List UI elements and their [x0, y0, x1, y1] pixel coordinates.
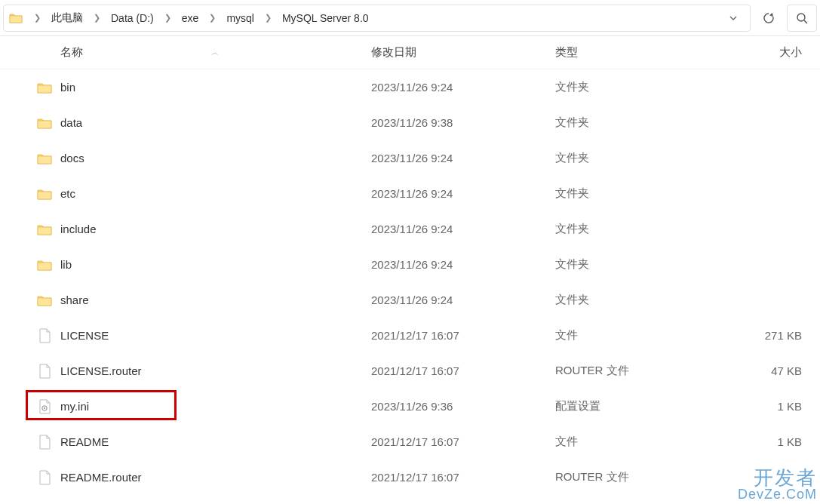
- breadcrumb-item[interactable]: exe: [179, 11, 202, 26]
- refresh-icon: [762, 11, 775, 25]
- refresh-button[interactable]: [754, 5, 784, 32]
- file-date: 2021/12/17 16:07: [371, 364, 555, 377]
- chevron-right-icon[interactable]: ❯: [88, 13, 106, 23]
- file-name-cell: data: [36, 115, 371, 131]
- file-type: 文件夹: [555, 257, 709, 272]
- file-date: 2021/12/17 16:07: [371, 435, 555, 448]
- file-name-cell: etc: [36, 186, 371, 202]
- file-size: 271 KB: [709, 329, 820, 342]
- file-name: include: [60, 223, 97, 235]
- file-type: 文件夹: [555, 222, 709, 236]
- file-row[interactable]: README.router2021/12/17 16:07ROUTER 文件: [0, 459, 820, 495]
- file-type: 配置设置: [555, 399, 709, 413]
- svg-line-2: [804, 20, 807, 23]
- file-type: ROUTER 文件: [555, 364, 709, 378]
- file-name: LICENSE.router: [60, 364, 142, 377]
- breadcrumb-item[interactable]: Data (D:): [108, 11, 157, 26]
- chevron-right-icon[interactable]: ❯: [259, 13, 278, 23]
- file-list: bin2023/11/26 9:24文件夹data2023/11/26 9:38…: [0, 69, 820, 495]
- file-row[interactable]: lib2023/11/26 9:24文件夹: [0, 247, 820, 282]
- file-name: bin: [60, 81, 75, 94]
- file-row[interactable]: data2023/11/26 9:38文件夹: [0, 105, 820, 140]
- file-size: 1 KB: [709, 435, 820, 448]
- file-name-cell: README: [36, 434, 371, 450]
- svg-rect-4: [38, 121, 51, 128]
- svg-rect-7: [38, 227, 51, 235]
- file-name: docs: [60, 152, 84, 164]
- file-row[interactable]: LICENSE2021/12/17 16:07文件271 KB: [0, 318, 820, 353]
- svg-rect-3: [38, 85, 51, 93]
- file-date: 2023/11/26 9:24: [371, 223, 555, 235]
- file-name-cell: include: [36, 221, 371, 238]
- file-date: 2023/11/26 9:38: [371, 116, 555, 129]
- svg-point-1: [797, 14, 805, 21]
- file-name: README: [60, 435, 109, 448]
- chevron-right-icon[interactable]: ❯: [203, 13, 222, 23]
- file-name: README.router: [60, 471, 142, 484]
- file-row[interactable]: docs2023/11/26 9:24文件夹: [0, 140, 820, 176]
- folder-icon: [36, 257, 53, 273]
- file-name: lib: [60, 258, 72, 271]
- column-header-row: 名称 ︿ 修改日期 类型 大小: [0, 36, 820, 69]
- search-button[interactable]: [787, 5, 817, 32]
- file-name: etc: [60, 187, 75, 200]
- file-type: 文件夹: [555, 186, 709, 201]
- column-header-date[interactable]: 修改日期: [371, 45, 555, 60]
- file-row[interactable]: share2023/11/26 9:24文件夹: [0, 282, 820, 318]
- chevron-right-icon[interactable]: ❯: [28, 13, 47, 23]
- folder-icon: [36, 115, 53, 131]
- file-icon: [36, 327, 53, 344]
- address-bar[interactable]: ❯ 此电脑 ❯ Data (D:) ❯ exe ❯ mysql ❯ MySQL …: [3, 5, 751, 32]
- file-name-cell: LICENSE.router: [36, 363, 371, 380]
- folder-icon: [36, 292, 53, 309]
- file-type: 文件夹: [555, 115, 709, 130]
- file-name-cell: my.ini: [36, 398, 371, 415]
- file-row[interactable]: LICENSE.router2021/12/17 16:07ROUTER 文件4…: [0, 353, 820, 389]
- file-date: 2023/11/26 9:24: [371, 187, 555, 200]
- file-type: 文件夹: [555, 293, 709, 307]
- file-row[interactable]: README2021/12/17 16:07文件1 KB: [0, 424, 820, 459]
- chevron-down-icon: [728, 13, 739, 23]
- file-name-cell: bin: [36, 79, 371, 96]
- breadcrumb-item[interactable]: MySQL Server 8.0: [279, 11, 372, 26]
- file-row[interactable]: include2023/11/26 9:24文件夹: [0, 211, 820, 247]
- breadcrumb-item[interactable]: mysql: [223, 11, 257, 26]
- file-size: 1 KB: [709, 400, 820, 413]
- file-date: 2023/11/26 9:24: [371, 152, 555, 164]
- folder-icon: [36, 150, 53, 167]
- column-header-name[interactable]: 名称 ︿: [36, 45, 371, 60]
- address-dropdown[interactable]: [721, 5, 745, 31]
- file-name: share: [60, 293, 89, 306]
- file-name-cell: docs: [36, 150, 371, 167]
- file-name-cell: LICENSE: [36, 327, 371, 344]
- ini-icon: [36, 398, 53, 415]
- svg-point-11: [44, 407, 45, 409]
- file-type: 文件夹: [555, 151, 709, 165]
- chevron-right-icon[interactable]: ❯: [158, 13, 177, 23]
- file-row[interactable]: etc2023/11/26 9:24文件夹: [0, 176, 820, 211]
- file-icon: [36, 469, 53, 486]
- toolbar: ❯ 此电脑 ❯ Data (D:) ❯ exe ❯ mysql ❯ MySQL …: [0, 0, 820, 36]
- location-folder-icon: [8, 11, 23, 26]
- column-header-type[interactable]: 类型: [555, 45, 709, 60]
- file-row[interactable]: my.ini2023/11/26 9:36配置设置1 KB: [0, 389, 820, 424]
- file-name-cell: lib: [36, 257, 371, 273]
- file-type: 文件: [555, 328, 709, 343]
- column-header-size[interactable]: 大小: [709, 45, 820, 60]
- breadcrumb-item[interactable]: 此电脑: [48, 10, 86, 26]
- file-name-cell: share: [36, 292, 371, 309]
- column-header-name-label: 名称: [60, 45, 83, 60]
- file-date: 2023/11/26 9:24: [371, 258, 555, 271]
- svg-rect-5: [38, 156, 51, 164]
- file-date: 2021/12/17 16:07: [371, 329, 555, 342]
- sort-indicator-icon: ︿: [211, 48, 219, 58]
- file-icon: [36, 363, 53, 380]
- file-type: ROUTER 文件: [555, 470, 709, 484]
- file-date: 2023/11/26 9:36: [371, 400, 555, 413]
- folder-icon: [36, 79, 53, 96]
- file-name: LICENSE: [60, 329, 109, 342]
- file-row[interactable]: bin2023/11/26 9:24文件夹: [0, 69, 820, 105]
- folder-icon: [36, 221, 53, 238]
- file-date: 2021/12/17 16:07: [371, 471, 555, 484]
- folder-icon: [36, 186, 53, 202]
